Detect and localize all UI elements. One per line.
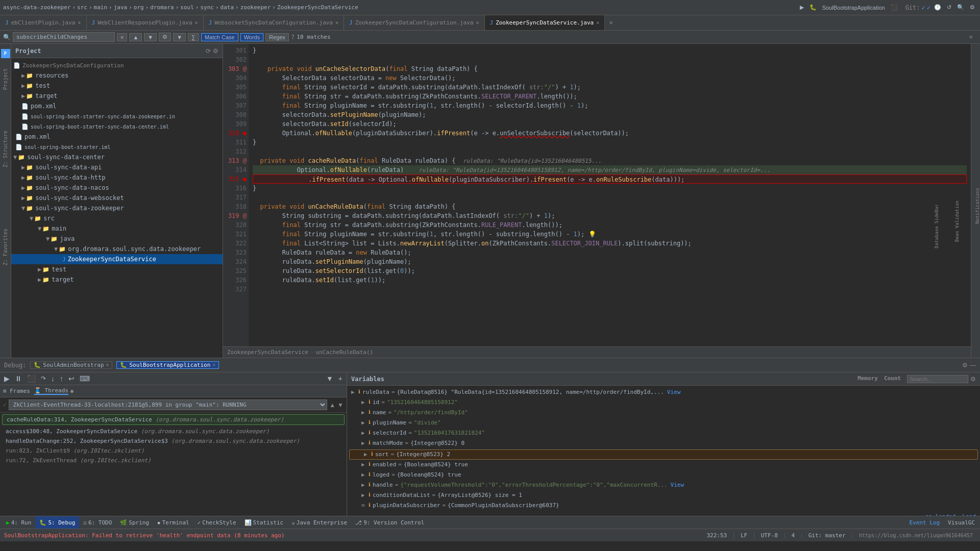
frames-btn[interactable]: ≡ Frames	[3, 388, 30, 394]
stack-frame-0[interactable]: cacheRuleData:314, ZookeeperSyncDataServ…	[2, 414, 345, 425]
tree-item-soul-spring-boot-starter[interactable]: 📄 soul-spring-boot-starter.iml	[11, 142, 223, 152]
var-enabled[interactable]: ▶ ℹ enabled = {Boolean@8524} true	[347, 460, 980, 470]
tree-item-test[interactable]: ▶ 📁 test	[11, 81, 223, 91]
var-ruledata[interactable]: ▶ ℹ ruleData = {RuleData@8516} "RuleData…	[347, 388, 980, 398]
project-icon[interactable]: P	[1, 49, 10, 58]
view-link[interactable]: View	[671, 482, 684, 488]
tree-item-soul-sync-data-api[interactable]: ▶ 📁 soul-sync-data-api	[11, 162, 223, 172]
tree-item-target[interactable]: ▶ 📁 target	[11, 91, 223, 101]
search-everywhere-btn[interactable]: 🔍	[955, 3, 966, 12]
tree-item-resources[interactable]: ▶ 📁 resources	[11, 70, 223, 81]
tree-item-org-dromara[interactable]: ▼ 📁 org.dromara.soul.sync.data.zookeeper	[11, 244, 223, 254]
stop-button[interactable]: ⬛	[889, 3, 900, 12]
spring-toolbar-item[interactable]: 🌿 Spring	[116, 516, 153, 529]
var-sort[interactable]: ▶ ℹ sort = {Integer@8523} 2	[349, 449, 978, 460]
tree-item-test2[interactable]: ▶ 📁 test	[11, 264, 223, 274]
var-plugindatasubscriber[interactable]: ∞ ℹ pluginDataSubscriber = {CommonPlugin…	[347, 501, 980, 511]
prev-match-btn[interactable]: ▲	[129, 33, 142, 41]
git-branch-indicator[interactable]: Git: master	[805, 532, 849, 539]
var-id[interactable]: ▶ ℹ id = "1352160464805158912"	[347, 398, 980, 408]
variables-search-input[interactable]	[907, 375, 968, 383]
word-filter-btn[interactable]: ∑	[188, 33, 199, 41]
close-soul-admin-tab[interactable]: ×	[106, 362, 109, 368]
project-config-btn[interactable]: ⚙	[213, 47, 218, 55]
tab-websocketsync[interactable]: J WebsocketSyncDataConfiguration.java ×	[204, 15, 344, 30]
search-options-btn[interactable]: ⚙	[159, 33, 171, 41]
regex-btn[interactable]: Regex	[265, 33, 289, 41]
tab-webclientresponseplugin[interactable]: J WebClientResponsePlugin.java ×	[87, 15, 204, 30]
tree-item-soul-sync-data-websocket[interactable]: ▶ 📁 soul-sync-data-websocket	[11, 193, 223, 203]
filter-stack-btn[interactable]: ▼	[324, 373, 335, 384]
tab-ebclientplugin[interactable]: J ebClientPlugin.java ×	[0, 15, 87, 30]
tree-item-target2[interactable]: ▶ 📁 target	[11, 274, 223, 285]
var-selectorid[interactable]: ▶ ℹ selectorId = "1352160417631821824"	[347, 429, 980, 439]
stack-frame-2[interactable]: handleDataChange:252, ZookeeperSyncDataS…	[0, 436, 347, 446]
evaluate-btn[interactable]: ⌨	[78, 373, 92, 384]
debug-minimize-btn[interactable]: —	[970, 362, 976, 369]
notifications-label[interactable]: Notifications	[975, 188, 980, 223]
code-editor[interactable]: 301 302 303 @ 304 305 306 307 308 309 31…	[223, 44, 971, 346]
java-enterprise-toolbar-item[interactable]: ☕ Java Enterprise	[287, 516, 351, 529]
search-input[interactable]	[13, 32, 115, 42]
settings-btn[interactable]: ⚙	[968, 3, 977, 12]
tree-item-soul-sync-data-center[interactable]: ▼ 📁 soul-sync-data-center	[11, 152, 223, 162]
bean-validation-label[interactable]: Bean Validation	[954, 201, 960, 242]
tree-item-src[interactable]: ▼ 📁 src	[11, 213, 223, 223]
stack-frame-4[interactable]: run:72, ZkEventThread (org.I0Itec.zkclie…	[0, 456, 347, 465]
todo-toolbar-item[interactable]: ☑ 6: TODO	[79, 516, 116, 529]
debug-settings-btn[interactable]: ⚙	[962, 362, 968, 369]
tab-close-icon[interactable]: ×	[78, 20, 81, 26]
position-indicator[interactable]: 322:53	[704, 532, 730, 539]
tree-item-soul-sync-data-nacos[interactable]: ▶ 📁 soul-sync-data-nacos	[11, 183, 223, 193]
stop-debug-btn[interactable]: ⬛	[25, 373, 38, 384]
words-btn[interactable]: Words	[240, 33, 264, 41]
stack-frame-3[interactable]: run:823, ZkClient$9 (org.I0Itec.zkclient…	[0, 446, 347, 456]
thread-select[interactable]: ZkClient-EventThread-33-localhost:2181@5…	[9, 399, 328, 410]
var-matchmode[interactable]: ▶ ℹ matchMode = {Integer@8522} 0	[347, 439, 980, 449]
tab-zookeepersync-service[interactable]: J ZookeeperSyncDataService.java ×	[485, 15, 605, 30]
step-out-btn[interactable]: ↑	[58, 373, 65, 384]
tree-item-pom[interactable]: 📄 pom.xml	[11, 101, 223, 111]
threads-btn[interactable]: 🧵 Threads	[34, 387, 68, 395]
encoding-indicator[interactable]: UTF-8	[758, 532, 781, 539]
var-pluginname[interactable]: ▶ ℹ pluginName = "divide"	[347, 418, 980, 429]
tab-close-icon[interactable]: ×	[596, 20, 599, 26]
close-soul-bootstrap-tab[interactable]: ×	[212, 362, 215, 368]
tree-item-soul-spring-boot-sync-zk[interactable]: 📄 soul-spring-boot-starter-sync-data-zoo…	[11, 111, 223, 121]
version-control-toolbar-item[interactable]: ⎇ 9: Version Control	[351, 516, 428, 529]
debug-toolbar-item[interactable]: 🐛 5: Debug	[35, 516, 79, 529]
indent-indicator[interactable]: 4	[789, 532, 798, 539]
add-stack-btn[interactable]: +	[336, 373, 345, 384]
statistic-toolbar-item[interactable]: 📊 Statistic	[240, 516, 288, 529]
tab-close-icon[interactable]: ×	[335, 20, 338, 26]
var-loged[interactable]: ▶ ℹ loged = {Boolean@8524} true	[347, 470, 980, 481]
vars-settings-btn[interactable]: ⚙	[970, 375, 976, 383]
var-conditiondatalist[interactable]: ▶ ℹ conditionDataList = {ArrayList@8526}…	[347, 491, 980, 501]
soul-bootstrap-app-tab[interactable]: SoulBootstrapApplication	[129, 362, 210, 368]
terminal-toolbar-item[interactable]: ▪ Terminal	[153, 516, 193, 529]
checkstyle-toolbar-item[interactable]: ✓ CheckStyle	[193, 516, 240, 529]
thread-up-btn[interactable]: ▲	[329, 402, 335, 409]
tree-item-zookeeper-service[interactable]: J ZookeeperSyncDataService	[11, 254, 223, 264]
step-into-btn[interactable]: ↓	[49, 373, 57, 384]
clear-search-btn[interactable]: ×	[117, 33, 127, 41]
var-handle[interactable]: ▶ ℹ handle = {"requestVolumeThreshold":"…	[347, 481, 980, 491]
run-toolbar-item[interactable]: ▶ 4: Run	[2, 516, 35, 529]
resume-btn[interactable]: ▶	[2, 373, 12, 384]
project-sync-btn[interactable]: ⟳	[206, 47, 211, 55]
sidebar-project-label[interactable]: Project	[3, 68, 8, 90]
tree-item-java[interactable]: ▼ 📁 java	[11, 234, 223, 244]
tree-item-soul-sync-data-zookeeper[interactable]: ▼ 📁 soul-sync-data-zookeeper	[11, 203, 223, 213]
pause-btn[interactable]: ⏸	[13, 373, 24, 384]
tree-item-soul-spring-boot-sync-center-iml[interactable]: 📄 soul-spring-boot-starter-sync-data-cen…	[11, 121, 223, 132]
close-search-btn[interactable]: ×	[965, 33, 977, 41]
run-config-dropdown[interactable]: SoulBootstrapApplication	[820, 4, 887, 12]
tree-item-zookeeper-sync-config[interactable]: 📄 ZookeeperSyncDataConfiguration	[11, 60, 223, 70]
run-to-cursor-btn[interactable]: ↩	[66, 373, 77, 384]
run-button[interactable]: ▶	[798, 3, 806, 12]
sidebar-structure-label[interactable]: Z: Structure	[3, 131, 8, 167]
tab-zookeepersync-config[interactable]: J ZookeeperSyncDataConfiguration.java ×	[344, 15, 484, 30]
thread-down-btn[interactable]: ▼	[337, 402, 344, 409]
tree-item-main[interactable]: ▼ 📁 main	[11, 223, 223, 234]
match-case-btn[interactable]: Match Case	[201, 33, 238, 41]
